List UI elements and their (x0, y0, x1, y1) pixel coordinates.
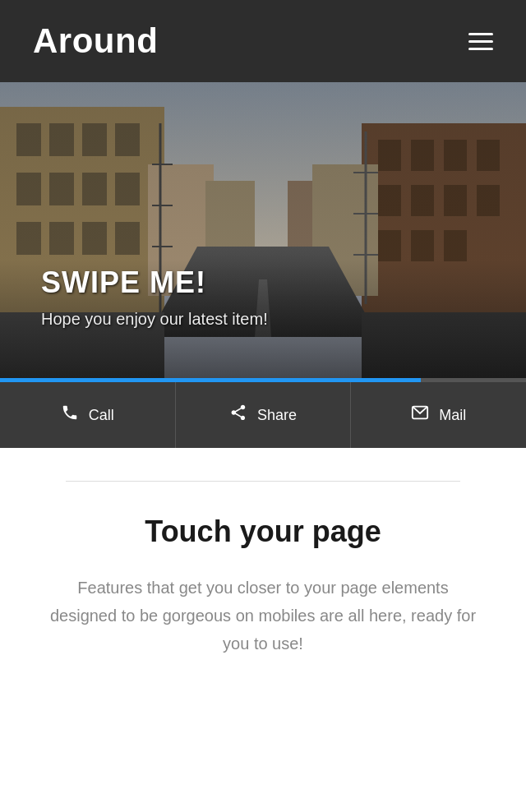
hamburger-line-1 (468, 33, 493, 35)
hero-subtitle: Hope you enjoy our latest item! (41, 310, 268, 329)
divider-section (0, 448, 526, 490)
hamburger-menu-button[interactable] (468, 33, 493, 50)
mail-icon (411, 404, 429, 427)
call-button[interactable]: Call (0, 382, 176, 448)
action-bar: Call Share Mail (0, 382, 526, 448)
app-header: Around (0, 0, 526, 82)
mail-button[interactable]: Mail (351, 382, 526, 448)
content-title: Touch your page (49, 514, 477, 549)
progress-bar-container (0, 378, 526, 382)
progress-bar-fill (0, 378, 421, 382)
content-section: Touch your page Features that get you cl… (0, 490, 526, 707)
hamburger-line-3 (468, 48, 493, 50)
divider-line (66, 481, 460, 482)
mail-label: Mail (439, 407, 466, 424)
svg-rect-45 (0, 82, 526, 378)
content-body: Features that get you closer to your pag… (49, 574, 477, 657)
share-icon (229, 404, 247, 427)
hamburger-line-2 (468, 40, 493, 43)
phone-icon (61, 404, 79, 427)
hero-section[interactable]: SWIPE ME! Hope you enjoy our latest item… (0, 82, 526, 378)
app-title: Around (33, 21, 158, 61)
share-label: Share (257, 407, 297, 424)
share-button[interactable]: Share (176, 382, 352, 448)
hero-content: SWIPE ME! Hope you enjoy our latest item… (41, 265, 268, 329)
call-label: Call (89, 407, 114, 424)
hero-background-image (0, 82, 526, 378)
hero-title: SWIPE ME! (41, 265, 268, 300)
